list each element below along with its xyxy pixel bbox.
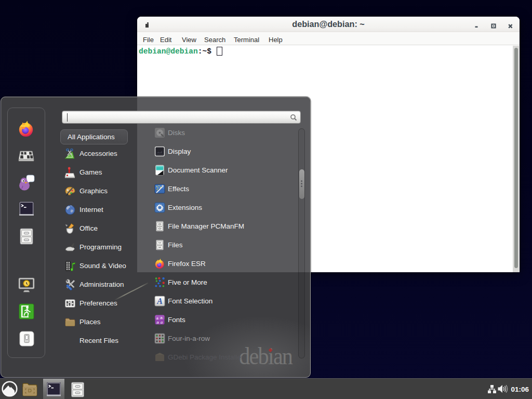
svg-text:a: a [161, 320, 163, 325]
svg-text:A: A [156, 297, 163, 305]
svg-text:a: a [156, 320, 159, 325]
